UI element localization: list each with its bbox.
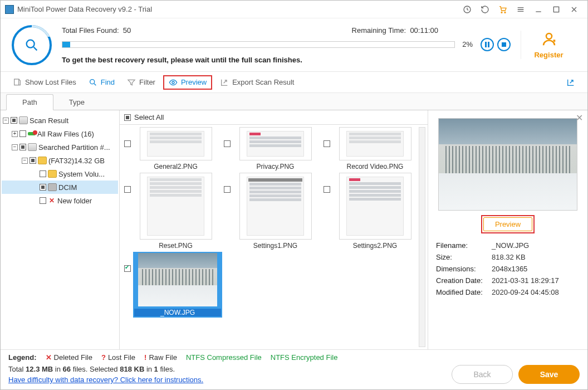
scan-progress-icon [12,25,52,65]
thumb-reset[interactable]: Reset.PNG [124,173,218,250]
remaining-label: Remaining Time: [352,26,406,35]
view-tabs: Path Type [1,93,587,110]
title-bar: MiniTool Power Data Recovery v9.2 - Tria… [1,1,587,18]
thumb-settings1[interactable]: Settings1.PNG [224,173,318,250]
svg-rect-3 [553,7,558,12]
back-button[interactable]: Back [452,365,513,384]
remaining-value: 00:11:00 [410,26,438,35]
meta-filename: _NOW.JPG [492,241,529,250]
refresh-icon[interactable] [476,2,494,17]
cart-icon[interactable] [494,2,512,17]
app-logo-icon [5,5,14,14]
thumb-settings2[interactable]: Settings2.PNG [324,173,418,250]
preview-panel: ✕ Preview Filename:_NOW.JPG Size:818.32 … [428,110,587,349]
register-button[interactable]: Register [521,31,576,59]
thumb-now-jpg[interactable]: ✕_NOW.JPG [124,252,222,318]
svg-point-8 [546,33,552,39]
preview-action-button[interactable]: Preview [483,217,532,231]
svg-point-11 [172,81,174,84]
toolbar: Show Lost Files Find Filter Preview Expo… [1,72,587,93]
find-label: Find [101,78,115,86]
show-lost-label: Show Lost Files [25,78,76,86]
save-button[interactable]: Save [518,365,580,384]
history-icon[interactable] [458,2,476,17]
scan-hint: To get the best recovery result, please … [62,56,511,64]
register-label: Register [534,51,563,59]
tree-fat32[interactable]: −(FAT32)14.32 GB [2,154,118,167]
meta-dimensions: 2048x1365 [492,265,527,273]
minimize-button[interactable] [530,2,547,17]
preview-button[interactable]: Preview [163,75,212,90]
meta-created: 2021-03-31 18:29:17 [492,276,559,285]
progress-percent: 2% [455,40,477,48]
menu-icon[interactable] [512,2,530,17]
filter-button[interactable]: Filter [122,76,160,89]
raw-icon [28,132,36,135]
tree-new-folder[interactable]: +✕New folder [2,194,118,207]
app-window: MiniTool Power Data Recovery v9.2 - Tria… [0,0,588,390]
find-button[interactable]: Find [84,76,119,89]
stop-button[interactable] [497,38,511,51]
found-value: 50 [123,26,131,35]
select-all-checkbox[interactable] [124,114,131,121]
svg-point-4 [27,40,35,47]
filter-label: Filter [139,78,155,86]
svg-rect-5 [485,42,487,47]
thumb-general2[interactable]: General2.PNG [124,127,218,170]
file-metadata: Filename:_NOW.JPG Size:818.32 KB Dimensi… [436,241,580,296]
svg-point-10 [90,79,94,84]
footer: Legend: ✕ Deleted File ? Lost File ! Raw… [1,349,587,389]
export-button[interactable]: Export Scan Result [215,76,298,89]
preview-label: Preview [181,78,207,86]
show-lost-files-button[interactable]: Show Lost Files [8,76,81,89]
tab-type[interactable]: Type [53,95,100,110]
svg-point-2 [504,12,506,13]
close-button[interactable] [565,2,583,17]
legend: Legend: ✕ Deleted File ? Lost File ! Raw… [8,353,580,362]
found-label: Total Files Found: [62,26,119,35]
thumb-record-video[interactable]: Record Video.PNG [324,127,418,170]
svg-rect-9 [14,79,19,85]
main-area: −Scan Result +All Raw Files (16) −Search… [1,110,587,349]
select-all-label: Select All [134,113,164,121]
tree-all-raw[interactable]: +All Raw Files (16) [2,127,118,140]
pause-button[interactable] [481,38,494,51]
preview-action-highlight: Preview [481,215,535,233]
tree-dcim[interactable]: +DCIM [2,181,118,194]
folder-tree: −Scan Result +All Raw Files (16) −Search… [1,110,120,349]
help-link[interactable]: Have difficulty with data recovery? Clic… [8,376,203,384]
svg-rect-7 [502,42,506,47]
selection-summary: Total 12.3 MB in 66 files. Selected 818 … [8,365,446,384]
deleted-icon: ✕ [48,197,56,204]
window-title: MiniTool Power Data Recovery v9.2 - Tria… [17,5,152,13]
thumb-privacy[interactable]: Privacy.PNG [224,127,318,170]
tree-searched-partition[interactable]: −Searched Partition #... [2,140,118,154]
select-all-row[interactable]: Select All [120,110,428,125]
legend-label: Legend: [8,353,37,362]
progress-bar [62,41,455,48]
meta-modified: 2020-09-24 04:45:08 [492,288,559,296]
export-label: Export Scan Result [232,78,294,86]
scan-header: Total Files Found: 50 Remaining Time: 00… [1,18,587,72]
svg-rect-6 [488,42,489,47]
tree-system-volume[interactable]: +System Volu... [2,167,118,181]
preview-image [438,118,577,211]
tree-scan-result[interactable]: −Scan Result [2,114,118,127]
maximize-button[interactable] [547,2,565,17]
meta-size: 818.32 KB [492,253,526,261]
svg-point-1 [501,12,502,13]
share-icon[interactable] [562,76,580,89]
thumbnail-panel: Select All General2.PNG Privacy.PNG Reco… [120,110,428,349]
tab-path[interactable]: Path [6,94,53,110]
